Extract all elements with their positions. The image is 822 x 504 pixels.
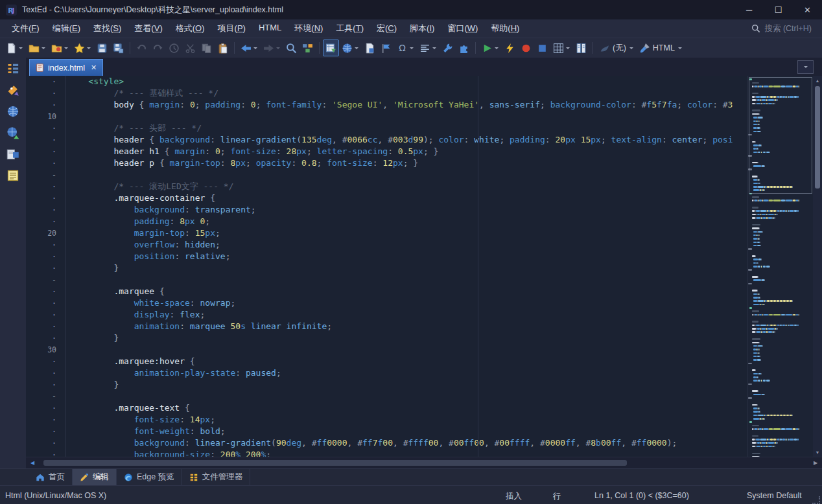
code-line[interactable]: · }: [26, 332, 747, 344]
save-button[interactable]: [94, 40, 110, 56]
search-input[interactable]: 搜索 (Ctrl+H): [746, 21, 817, 36]
minimap-viewport[interactable]: [749, 77, 812, 194]
menu-脚本i[interactable]: 脚本(I): [403, 20, 441, 37]
plugins-button[interactable]: [456, 40, 472, 56]
code-line[interactable]: · /* --- 头部 --- */: [26, 122, 747, 134]
view-tab-edge-preview[interactable]: Edge 预览: [117, 469, 182, 485]
browser-preview-button[interactable]: [339, 40, 362, 56]
vertical-scroll-thumb[interactable]: [815, 86, 820, 189]
vertical-scroll-track[interactable]: [813, 85, 822, 448]
code-line[interactable]: · /* --- 基础样式 --- */: [26, 87, 747, 99]
menu-查找s[interactable]: 查找(S): [87, 20, 128, 37]
code-line[interactable]: · body { margin: 0; padding: 0; font-fam…: [26, 99, 747, 111]
code-line[interactable]: · white-space: nowrap;: [26, 297, 747, 309]
macro-list-button[interactable]: [573, 40, 589, 56]
code-line[interactable]: -: [26, 169, 747, 181]
code-editor[interactable]: · <style>· /* --- 基础样式 --- */· body { ma…: [26, 76, 747, 457]
scroll-down-icon[interactable]: ▼: [813, 448, 822, 457]
menu-项目p[interactable]: 项目(P): [211, 20, 252, 37]
code-line[interactable]: · overflow: hidden;: [26, 239, 747, 251]
horizontal-scrollbar[interactable]: ◀ ▶: [26, 457, 822, 468]
code-line[interactable]: · .marquee-text {: [26, 402, 747, 414]
sidebar-notes-pad-button[interactable]: [6, 168, 20, 183]
view-tab-home[interactable]: 首页: [29, 469, 73, 485]
open-file-button[interactable]: [26, 40, 49, 56]
code-line[interactable]: · font-size: 14px;: [26, 414, 747, 426]
undo-button[interactable]: [134, 40, 150, 56]
caret-position-status[interactable]: Ln 1, Col 1 (0) < ($3C=60): [594, 491, 689, 500]
cut-button[interactable]: [182, 40, 198, 56]
new-file-button[interactable]: [3, 40, 26, 56]
code-line[interactable]: · display: flex;: [26, 309, 747, 321]
horizontal-scroll-thumb[interactable]: [43, 460, 627, 466]
menu-窗口w[interactable]: 窗口(W): [441, 20, 484, 37]
scroll-up-icon[interactable]: ▲: [813, 76, 822, 85]
line-operations-button[interactable]: [417, 40, 440, 56]
menu-文件f[interactable]: 文件(F): [5, 20, 46, 37]
menu-查看v[interactable]: 查看(V): [128, 20, 169, 37]
stop-macro-button[interactable]: [534, 40, 550, 56]
code-line[interactable]: 10: [26, 111, 747, 122]
find-button[interactable]: [283, 40, 299, 56]
maximize-button[interactable]: ☐: [764, 0, 793, 19]
copy-button[interactable]: [198, 40, 215, 56]
close-button[interactable]: ✕: [793, 0, 822, 19]
tab-list-dropdown-button[interactable]: [797, 60, 814, 74]
code-line[interactable]: · <style>: [26, 76, 747, 87]
sidebar-outline-panel-button[interactable]: [6, 62, 20, 76]
bookmark-flag-button[interactable]: [378, 40, 394, 56]
paste-button[interactable]: [215, 40, 231, 56]
redo-button[interactable]: [150, 40, 166, 56]
menu-环境n[interactable]: 环境(N): [288, 20, 329, 37]
code-line[interactable]: · animation: marquee 50s linear infinite…: [26, 321, 747, 332]
code-line[interactable]: · header { background: linear-gradient(1…: [26, 134, 747, 146]
view-tab-edit[interactable]: 编辑: [73, 469, 117, 485]
sidebar-doc-preview-button[interactable]: [6, 147, 20, 161]
code-line[interactable]: · header p { margin-top: 8px; opacity: 0…: [26, 157, 747, 169]
code-line[interactable]: 30: [26, 344, 747, 356]
code-line[interactable]: · font-weight: bold;: [26, 426, 747, 437]
code-line[interactable]: · /* --- 滚动LED文字 --- */: [26, 181, 747, 192]
menu-编辑e[interactable]: 编辑(E): [46, 20, 87, 37]
minimize-button[interactable]: ─: [734, 0, 764, 19]
sidebar-format-painter-button[interactable]: [6, 83, 20, 97]
record-macro-button[interactable]: [518, 40, 534, 56]
run-button[interactable]: [479, 40, 502, 56]
scroll-right-icon[interactable]: ▶: [811, 460, 820, 466]
line-mode-status[interactable]: 行: [553, 491, 561, 502]
macro-manager-button[interactable]: [550, 40, 573, 56]
navigate-forward-button[interactable]: [261, 40, 283, 56]
document-tab-index.html[interactable]: index.html✕: [29, 59, 103, 76]
code-line[interactable]: · background-size: 200% 200%;: [26, 449, 747, 457]
code-line[interactable]: -: [26, 274, 747, 286]
internal-preview-button[interactable]: [362, 40, 378, 56]
compare-files-button[interactable]: [299, 40, 316, 56]
code-line[interactable]: 20 margin-top: 15px;: [26, 227, 747, 239]
environment-button[interactable]: (无): [596, 40, 637, 56]
view-tab-file-manager[interactable]: 文件管理器: [182, 469, 251, 485]
menu-宏c[interactable]: 宏(C): [370, 20, 403, 37]
sync-edit-button[interactable]: [323, 40, 339, 56]
menu-格式o[interactable]: 格式(O): [169, 20, 211, 37]
navigate-back-button[interactable]: [238, 40, 261, 56]
code-line[interactable]: · background: transparent;: [26, 204, 747, 216]
menu-帮助h[interactable]: 帮助(H): [484, 20, 526, 37]
code-line[interactable]: · padding: 8px 0;: [26, 216, 747, 227]
code-line[interactable]: · header h1 { margin: 0; font-size: 28px…: [26, 146, 747, 157]
code-line[interactable]: -: [26, 391, 747, 402]
code-line[interactable]: · animation-play-state: paused;: [26, 367, 747, 379]
save-all-button[interactable]: [110, 40, 126, 56]
quick-run-button[interactable]: [502, 40, 518, 56]
menu-工具t[interactable]: 工具(T): [329, 20, 370, 37]
code-line[interactable]: · }: [26, 379, 747, 391]
code-line[interactable]: · .marquee:hover {: [26, 356, 747, 367]
insert-mode-status[interactable]: 插入: [506, 491, 522, 502]
menu-html[interactable]: HTML: [252, 20, 288, 37]
encoding-status[interactable]: System Default: [747, 491, 802, 500]
code-line[interactable]: · background: linear-gradient(90deg, #ff…: [26, 437, 747, 449]
minimap[interactable]: [747, 76, 813, 457]
tools-button[interactable]: [440, 40, 456, 56]
vertical-scrollbar[interactable]: ▲ ▼: [813, 76, 822, 457]
code-line[interactable]: · }: [26, 262, 747, 274]
special-characters-button[interactable]: Ω: [394, 40, 417, 56]
